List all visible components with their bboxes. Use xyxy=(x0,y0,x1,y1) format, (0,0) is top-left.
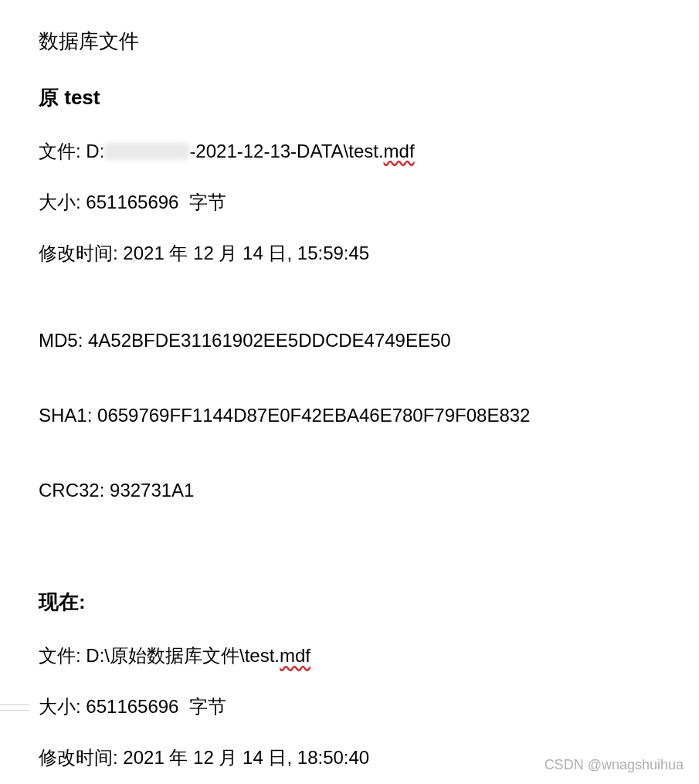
file-ext-squiggle: mdf xyxy=(280,645,310,666)
original-sha1: SHA1: 0659769FF1144D87E0F42EBA46E780F79F… xyxy=(39,403,660,428)
file-a: 文件: D:\原始数据库文件\test. xyxy=(39,645,280,666)
original-crc32: CRC32: 932731A1 xyxy=(39,478,660,503)
file-ext-squiggle: mdf xyxy=(384,141,415,161)
original-mtime: 修改时间: 2021 年 12 月 14 日, 15:59:45 xyxy=(39,241,660,266)
section-heading-current: 现在: xyxy=(39,589,660,616)
page-edge-mark xyxy=(0,704,29,711)
current-size: 大小: 651165696 字节 xyxy=(39,694,660,719)
original-md5: MD5: 4A52BFDE31161902EE5DDCDE4749EE50 xyxy=(39,328,660,353)
document-page: 数据库文件 原 test 文件: D:-2021-12-13-DATA\test… xyxy=(0,0,699,784)
page-title: 数据库文件 xyxy=(39,28,660,55)
original-hashes: MD5: 4A52BFDE31161902EE5DDCDE4749EE50 SH… xyxy=(39,278,660,553)
watermark: CSDN @wnagshuihua xyxy=(545,757,684,773)
original-size: 大小: 651165696 字节 xyxy=(39,190,660,215)
file-label: 文件: D: xyxy=(39,141,104,161)
original-file-line: 文件: D:-2021-12-13-DATA\test.mdf xyxy=(39,139,660,164)
section-heading-original: 原 test xyxy=(39,84,660,111)
current-file-line: 文件: D:\原始数据库文件\test.mdf xyxy=(39,643,660,668)
file-suffix-a: -2021-12-13-DATA\test. xyxy=(189,141,383,161)
redacted-block xyxy=(104,143,189,160)
